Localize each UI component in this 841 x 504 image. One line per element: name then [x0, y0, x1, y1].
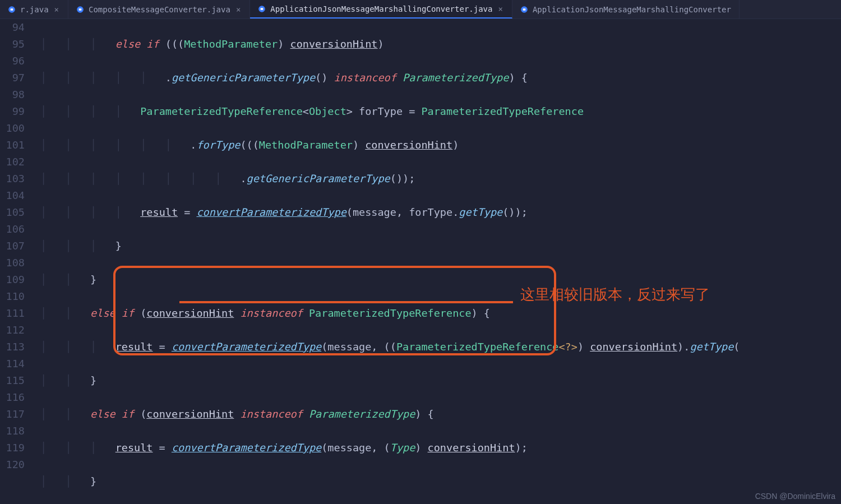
tab-file-3[interactable]: ApplicationJsonMessageMarshallingConvert…	[512, 0, 740, 19]
line-number: 95	[0, 36, 25, 53]
code-line[interactable]: │ │ │ │ │ │ .forType(((MethodParameter) …	[40, 137, 841, 154]
line-number: 118	[0, 423, 25, 440]
code-editor[interactable]: 9495969798991001011021031041051061071081…	[0, 19, 841, 504]
code-line[interactable]: │ │ │ │ │ │ │ │ .getGenericParameterType…	[40, 170, 841, 187]
code-line[interactable]: │ │ │ │ │ .getGenericParameterType() ins…	[40, 70, 841, 86]
tab-file-1[interactable]: CompositeMessageConverter.java ×	[68, 0, 250, 19]
code-line[interactable]: │ │ │ }	[40, 238, 841, 255]
java-file-icon	[8, 6, 16, 13]
close-icon[interactable]: ×	[235, 5, 242, 14]
line-number: 105	[0, 204, 25, 221]
line-number-gutter: 9495969798991001011021031041051061071081…	[0, 19, 35, 504]
code-line[interactable]: │ │ else if (conversionHint instanceof P…	[40, 406, 841, 423]
close-icon[interactable]: ×	[53, 5, 60, 14]
line-number: 102	[0, 154, 25, 170]
tab-label: ApplicationJsonMessageMarshallingConvert…	[533, 5, 731, 14]
line-number: 108	[0, 255, 25, 271]
line-number: 94	[0, 19, 25, 36]
line-number: 97	[0, 70, 25, 86]
line-number: 113	[0, 339, 25, 355]
java-file-icon	[76, 6, 84, 13]
line-number: 114	[0, 355, 25, 372]
line-number: 96	[0, 53, 25, 70]
line-number: 120	[0, 456, 25, 473]
line-number: 104	[0, 187, 25, 204]
line-number: 99	[0, 103, 25, 120]
java-file-icon	[520, 6, 528, 13]
code-line[interactable]: │ │ │ result = convertParameterizedType(…	[40, 440, 841, 456]
line-number: 119	[0, 440, 25, 456]
line-number: 112	[0, 322, 25, 339]
line-number: 107	[0, 238, 25, 255]
code-line[interactable]: │ │ │ else if (((MethodParameter) conver…	[40, 36, 841, 53]
code-line[interactable]: │ │ │ │ result = convertParameterizedTyp…	[40, 204, 841, 221]
tab-label: r.java	[20, 5, 49, 14]
line-number: 115	[0, 372, 25, 389]
line-number: 110	[0, 288, 25, 305]
java-file-icon	[258, 5, 266, 13]
line-number: 98	[0, 86, 25, 103]
close-icon[interactable]: ×	[497, 4, 503, 13]
tab-file-2[interactable]: ApplicationJsonMessageMarshallingConvert…	[250, 0, 512, 19]
line-number: 100	[0, 120, 25, 137]
code-line[interactable]: │ │ }	[40, 271, 841, 288]
tab-label: ApplicationJsonMessageMarshallingConvert…	[270, 4, 492, 13]
highlight-underline	[179, 301, 513, 303]
code-line[interactable]: │ │ }	[40, 473, 841, 490]
annotation-text: 这里相较旧版本，反过来写了	[520, 286, 710, 303]
tab-label: CompositeMessageConverter.java	[89, 5, 230, 14]
line-number: 106	[0, 221, 25, 238]
line-number: 103	[0, 170, 25, 187]
code-line[interactable]: │ │ │ result = convertParameterizedType(…	[40, 339, 841, 355]
line-number: 117	[0, 406, 25, 423]
line-number: 116	[0, 389, 25, 406]
code-area[interactable]: │ │ │ else if (((MethodParameter) conver…	[35, 19, 841, 504]
editor-tabbar: r.java × CompositeMessageConverter.java …	[0, 0, 841, 19]
code-line[interactable]: │ │ }	[40, 372, 841, 389]
line-number: 111	[0, 305, 25, 322]
tab-file-0[interactable]: r.java ×	[0, 0, 68, 19]
code-line[interactable]: │ │ else if (conversionHint instanceof P…	[40, 305, 841, 322]
code-line[interactable]: │ │ │ │ ParameterizedTypeReference<Objec…	[40, 103, 841, 120]
line-number: 101	[0, 137, 25, 154]
line-number: 109	[0, 271, 25, 288]
